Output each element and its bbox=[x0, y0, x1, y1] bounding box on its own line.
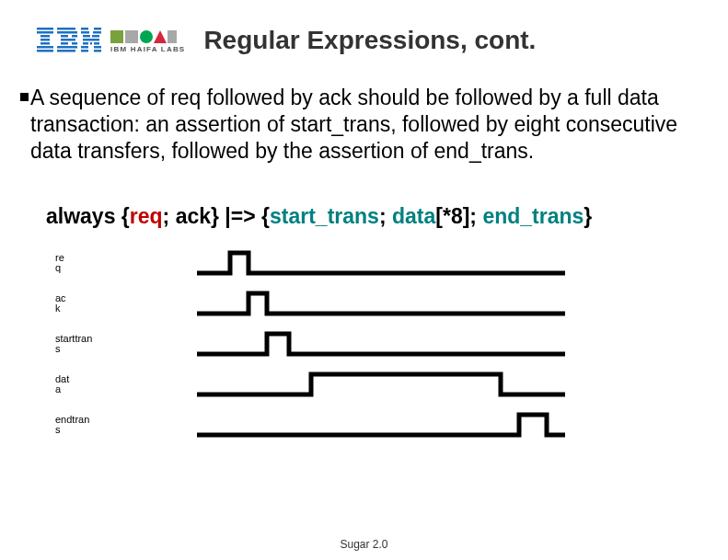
assertion-keyword-req: req bbox=[130, 204, 163, 228]
svg-rect-23 bbox=[83, 42, 88, 45]
ibm-logo bbox=[37, 28, 101, 53]
haifa-labs-text: IBM HAIFA LABS bbox=[110, 45, 185, 53]
svg-rect-10 bbox=[72, 35, 77, 38]
body-paragraph: A sequence of req followed by ack should… bbox=[30, 85, 691, 164]
svg-rect-5 bbox=[37, 46, 53, 49]
wave-row-ack: ack bbox=[55, 286, 644, 321]
svg-rect-16 bbox=[81, 28, 88, 30]
svg-rect-21 bbox=[92, 35, 99, 38]
svg-rect-7 bbox=[57, 28, 75, 30]
wave-ack bbox=[105, 290, 565, 317]
wave-row-data: data bbox=[55, 367, 644, 402]
svg-point-32 bbox=[140, 30, 153, 43]
svg-rect-25 bbox=[94, 42, 99, 45]
svg-rect-3 bbox=[40, 39, 50, 41]
svg-rect-20 bbox=[83, 35, 90, 38]
svg-rect-30 bbox=[110, 30, 123, 43]
svg-rect-29 bbox=[94, 50, 101, 52]
slide-header: IBM HAIFA LABS Regular Expressions, cont… bbox=[0, 0, 728, 55]
wave-data bbox=[105, 371, 565, 398]
svg-marker-33 bbox=[154, 30, 167, 43]
wave-label-endtrans: endtrans bbox=[55, 415, 105, 436]
assertion-part: ; ack bbox=[163, 204, 211, 228]
svg-rect-18 bbox=[81, 31, 89, 34]
bullet-icon bbox=[20, 93, 29, 101]
svg-rect-22 bbox=[83, 39, 99, 41]
svg-rect-19 bbox=[93, 31, 101, 34]
svg-rect-2 bbox=[40, 35, 50, 38]
wave-row-starttrans: starttrans bbox=[55, 326, 644, 361]
svg-rect-0 bbox=[37, 28, 53, 30]
slide-footer: Sugar 2.0 bbox=[0, 538, 728, 551]
haifa-labs-logo: IBM HAIFA LABS bbox=[110, 29, 185, 53]
assertion-part: [*8]; bbox=[435, 204, 482, 228]
assertion-keyword-starttrans: start_trans bbox=[270, 204, 379, 228]
svg-rect-12 bbox=[61, 42, 68, 45]
wave-row-req: req bbox=[55, 246, 644, 280]
wave-row-endtrans: endtrans bbox=[55, 407, 644, 442]
assertion-code: always {req; ack} |=> {start_trans; data… bbox=[46, 204, 691, 229]
wave-label-starttrans: starttrans bbox=[55, 334, 105, 355]
assertion-part: } |=> { bbox=[211, 204, 270, 228]
svg-rect-26 bbox=[81, 46, 88, 49]
wave-label-req: req bbox=[55, 253, 105, 274]
wave-req bbox=[105, 249, 565, 277]
wave-endtrans bbox=[105, 411, 565, 439]
wave-label-data: data bbox=[55, 374, 105, 395]
svg-rect-4 bbox=[40, 42, 50, 45]
svg-rect-15 bbox=[57, 50, 75, 52]
slide-title: Regular Expressions, cont. bbox=[203, 26, 536, 55]
svg-rect-24 bbox=[90, 42, 92, 45]
timing-diagram: req ack starttrans data endtrans bbox=[55, 246, 644, 442]
svg-rect-9 bbox=[61, 35, 68, 38]
assertion-keyword-data: data bbox=[392, 204, 435, 228]
svg-rect-27 bbox=[94, 46, 101, 49]
svg-rect-17 bbox=[94, 28, 101, 30]
svg-rect-11 bbox=[61, 39, 75, 41]
svg-rect-6 bbox=[37, 50, 53, 52]
assertion-part: } bbox=[584, 204, 592, 228]
svg-rect-28 bbox=[81, 50, 88, 52]
svg-rect-34 bbox=[168, 30, 177, 43]
assertion-part: ; bbox=[379, 204, 392, 228]
wave-label-ack: ack bbox=[55, 293, 105, 314]
assertion-part: always { bbox=[46, 204, 130, 228]
svg-rect-1 bbox=[37, 31, 53, 34]
svg-rect-13 bbox=[72, 42, 77, 45]
wave-starttrans bbox=[105, 330, 565, 358]
slide-body: A sequence of req followed by ack should… bbox=[0, 55, 728, 442]
svg-rect-14 bbox=[57, 46, 77, 49]
svg-rect-8 bbox=[57, 31, 77, 34]
svg-rect-31 bbox=[125, 30, 138, 43]
assertion-keyword-endtrans: end_trans bbox=[482, 204, 584, 228]
